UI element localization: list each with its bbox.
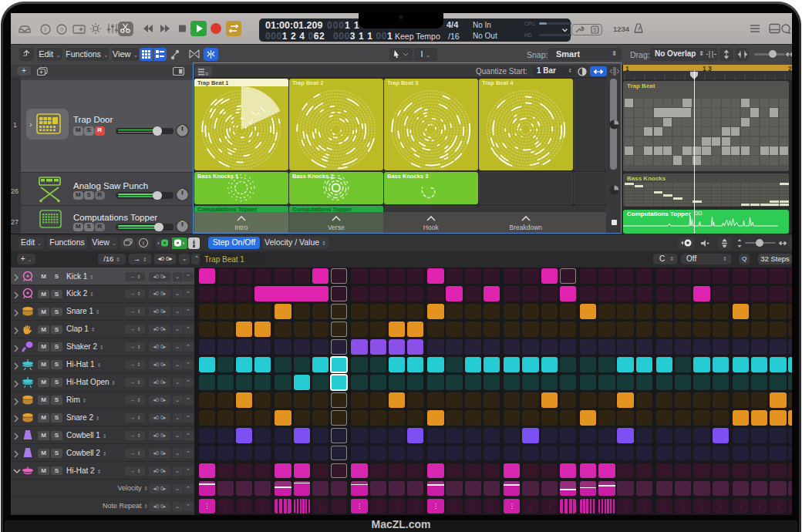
svg-text:›: › bbox=[183, 240, 185, 247]
svg-text:R: R bbox=[205, 72, 209, 76]
svg-text:S: S bbox=[593, 27, 597, 32]
svg-text:i: i bbox=[45, 26, 46, 33]
svg-text:i: i bbox=[143, 240, 144, 247]
svg-text:?: ? bbox=[60, 26, 64, 33]
svg-text:›: › bbox=[157, 240, 160, 247]
